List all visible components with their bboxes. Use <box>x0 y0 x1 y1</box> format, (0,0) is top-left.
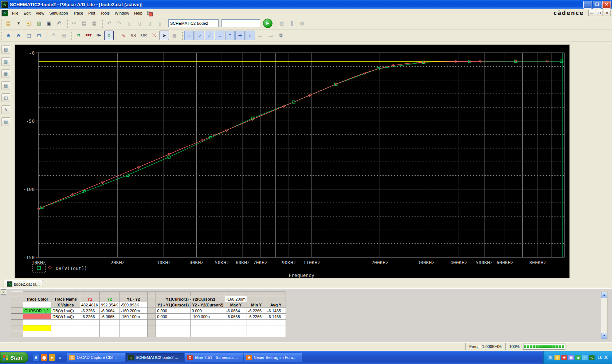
add-trace-button[interactable]: ∿ <box>119 31 128 40</box>
open-file-button[interactable]: ◰ <box>24 19 34 28</box>
copy-button[interactable]: ▤ <box>79 19 89 28</box>
table-cell[interactable] <box>247 320 266 325</box>
taskbar-task-item[interactable]: ▤OrCAD Capture CIS -... <box>67 353 125 362</box>
select-arrow-button[interactable]: ➤ <box>160 31 169 40</box>
table-cell[interactable] <box>119 320 148 325</box>
mark-data-points-button[interactable]: ▦ <box>170 31 179 40</box>
table-cell[interactable] <box>80 325 100 331</box>
table-cell[interactable] <box>191 325 225 331</box>
table-cell[interactable]: 0.000 <box>156 308 191 314</box>
table-cell[interactable] <box>80 331 100 337</box>
table-cell[interactable]: -6.1466 <box>266 314 286 320</box>
table-cell[interactable] <box>191 331 225 337</box>
pane-close-icon[interactable]: ✕ <box>1 289 6 295</box>
simulation-queue-button[interactable]: ▧ <box>1 81 10 90</box>
menu-view[interactable]: View <box>33 10 47 16</box>
table-cell[interactable] <box>266 325 286 331</box>
table-cell[interactable]: -6.0664 <box>100 308 119 314</box>
table-cell[interactable] <box>119 325 148 331</box>
table-cell[interactable]: -6.2266 <box>80 308 100 314</box>
quick-launch-chevron[interactable]: » <box>57 354 63 361</box>
legend-selection-box[interactable] <box>32 264 46 272</box>
media-player-icon[interactable]: ▸ <box>49 354 55 361</box>
table-cell[interactable] <box>51 325 80 331</box>
table-cell[interactable]: -160.200m <box>119 308 148 314</box>
add-y-axis-button[interactable]: Y! <box>74 31 83 40</box>
table-cell[interactable] <box>191 320 225 325</box>
redo-button[interactable]: ↷ <box>114 19 124 28</box>
cursor-min-button[interactable]: ⌄ <box>215 31 224 40</box>
menu-simulation[interactable]: Simulation <box>47 10 70 16</box>
print-button[interactable]: ⎙ <box>55 19 64 28</box>
zoom-area-button[interactable]: ◱ <box>24 31 34 40</box>
legend-label[interactable]: DB(V(1out)) <box>56 266 87 271</box>
table-cell[interactable]: -100.000u <box>191 314 225 320</box>
sim-status-window-button[interactable]: ▤ <box>1 45 10 54</box>
table-cell[interactable] <box>156 331 191 337</box>
probe-plot-area[interactable]: -0-50-100-15010KHz20KHz30KHz40KHz50KHz60… <box>15 44 570 278</box>
undo-button[interactable]: ↶ <box>104 19 114 28</box>
ie-icon[interactable]: e <box>33 354 39 361</box>
table-cell[interactable] <box>225 320 247 325</box>
maximize-button[interactable]: ❐ <box>593 1 601 9</box>
table-cell[interactable] <box>100 320 119 325</box>
trace-color-cell[interactable] <box>23 314 51 320</box>
pause-button[interactable]: ∥ <box>287 19 297 28</box>
text-label-button[interactable]: ABC <box>139 31 149 40</box>
volume-icon[interactable]: ◀ <box>575 355 581 360</box>
table-cell[interactable] <box>266 331 286 337</box>
cursor-peak-button[interactable]: ⌔ <box>184 31 194 40</box>
table-cell[interactable] <box>51 320 80 325</box>
paste-button[interactable]: ▦ <box>90 19 99 28</box>
table-cell[interactable] <box>119 331 148 337</box>
zoom-out-button[interactable]: ⊖ <box>14 31 23 40</box>
child-restore-button[interactable]: ❐ <box>596 10 603 16</box>
table-scrollbar[interactable]: ▲ ▼ <box>601 291 608 339</box>
close-button[interactable]: ✕ <box>602 1 611 9</box>
table-cell[interactable] <box>100 331 119 337</box>
tab-bode2-dat[interactable]: ∿ bode2.dat (a... <box>4 280 43 288</box>
cascade-windows-icon[interactable] <box>146 10 153 16</box>
firefox-icon[interactable]: ◉ <box>41 354 47 361</box>
menu-trace[interactable]: Trace <box>71 10 86 16</box>
axis-settings-button[interactable]: ⤯ <box>149 31 159 40</box>
eval-function-button[interactable]: f(x) <box>129 31 138 40</box>
sim-doc-3-button[interactable]: ▯ <box>145 19 154 28</box>
log-button[interactable]: ▤ <box>59 31 68 40</box>
start-button[interactable]: Start <box>0 352 28 363</box>
sim-doc-2-button[interactable]: ▯ <box>135 19 144 28</box>
table-cell[interactable] <box>266 320 286 325</box>
append-file-button[interactable]: ▥ <box>34 19 44 28</box>
stop-button[interactable]: ◍ <box>297 19 307 28</box>
table-cell[interactable] <box>156 320 191 325</box>
table-cell[interactable]: DB(V(1out)) <box>51 314 80 320</box>
trace-color-cell[interactable]: CURSOR 1,2 <box>23 308 51 314</box>
minimize-button[interactable]: — <box>583 1 592 9</box>
table-cell[interactable]: 0.000 <box>156 314 191 320</box>
erase-plot-button[interactable]: ▨ <box>1 117 10 126</box>
circuit-file-button[interactable]: ▥ <box>1 57 10 66</box>
table-cell[interactable]: -6.0665 <box>225 314 247 320</box>
table-cell[interactable] <box>225 325 247 331</box>
taskbar-task-item[interactable]: EElsie 2.51 - Schematic... <box>185 353 243 362</box>
table-cell[interactable] <box>80 320 100 325</box>
child-minimize-button[interactable]: — <box>588 10 595 16</box>
cursor-max-button[interactable]: ⌃ <box>225 31 235 40</box>
table-cell[interactable] <box>225 331 247 337</box>
child-close-button[interactable]: ✕ <box>604 10 611 16</box>
table-cell[interactable]: -160.100m <box>119 314 148 320</box>
edit-simulation-button[interactable]: ✎ <box>1 105 10 114</box>
edit-profile-button[interactable]: ▨ <box>277 19 286 28</box>
table-cell[interactable]: -6.1465 <box>266 308 286 314</box>
device-equations-button[interactable]: ◫ <box>1 93 10 102</box>
cursor-slope-button[interactable]: ⟋ <box>205 31 214 40</box>
trace-square[interactable] <box>42 61 561 207</box>
table-cell[interactable]: -6.2266 <box>247 308 266 314</box>
pspice-tray-icon[interactable]: ∿ <box>589 355 595 360</box>
table-cell[interactable]: -6.0664 <box>225 308 247 314</box>
cursor-point-button[interactable]: ✛ <box>235 31 245 40</box>
macros-button[interactable]: N= <box>94 31 103 40</box>
scroll-down-icon[interactable]: ▼ <box>601 333 607 339</box>
trace-color-cell[interactable] <box>23 325 51 331</box>
cursor-prev-button[interactable]: ▭ <box>266 31 275 40</box>
